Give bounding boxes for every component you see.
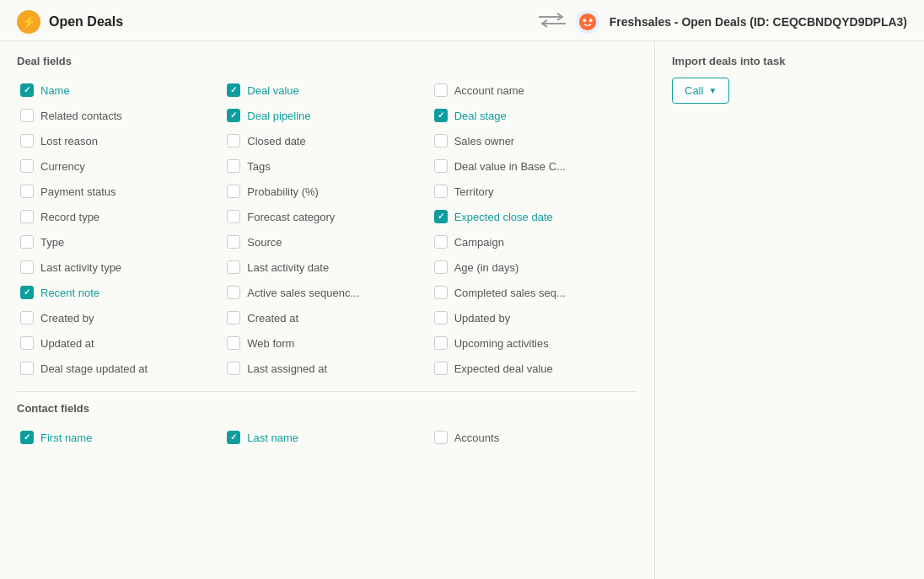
field-item[interactable]: Web form — [223, 330, 430, 356]
field-item[interactable]: Name — [17, 78, 223, 103]
field-item[interactable]: Probability (%) — [223, 179, 430, 204]
field-checkbox[interactable] — [20, 159, 34, 173]
field-checkbox[interactable] — [227, 431, 240, 444]
field-item[interactable]: Deal value — [223, 78, 430, 103]
field-checkbox[interactable] — [434, 286, 448, 299]
field-item[interactable]: Payment status — [17, 179, 223, 204]
field-label: Type — [40, 236, 64, 249]
field-item[interactable]: Recent note — [17, 280, 223, 305]
field-item[interactable]: Last activity type — [17, 255, 223, 280]
field-checkbox[interactable] — [434, 235, 448, 249]
field-checkbox[interactable] — [20, 210, 34, 223]
page-title: Open Deals — [49, 14, 123, 29]
field-item[interactable]: Last activity date — [223, 255, 430, 280]
field-item[interactable]: Related contacts — [17, 103, 223, 128]
field-item[interactable]: First name — [17, 425, 223, 450]
field-checkbox[interactable] — [227, 260, 240, 274]
field-item[interactable]: Tags — [223, 153, 430, 179]
field-item[interactable]: Updated by — [431, 305, 637, 330]
field-item[interactable]: Age (in days) — [431, 255, 637, 280]
field-item[interactable]: Created by — [17, 305, 223, 330]
field-item[interactable]: Upcoming activities — [431, 330, 637, 356]
field-checkbox[interactable] — [227, 159, 240, 173]
header-left: ⚡ Open Deals — [17, 10, 123, 34]
field-item[interactable]: Type — [17, 229, 223, 255]
field-checkbox[interactable] — [227, 286, 240, 299]
field-label: Deal pipeline — [247, 110, 310, 122]
field-checkbox[interactable] — [434, 362, 448, 375]
field-checkbox[interactable] — [227, 109, 240, 122]
field-checkbox[interactable] — [20, 235, 34, 249]
field-checkbox[interactable] — [227, 311, 240, 324]
field-checkbox[interactable] — [20, 134, 34, 147]
field-checkbox[interactable] — [20, 311, 34, 324]
field-item[interactable]: Currency — [17, 153, 223, 179]
field-checkbox[interactable] — [434, 210, 448, 223]
field-item[interactable]: Expected close date — [431, 204, 637, 229]
field-item[interactable]: Last assigned at — [223, 356, 430, 381]
field-item[interactable]: Closed date — [223, 128, 430, 153]
field-item[interactable]: Updated at — [17, 330, 223, 356]
field-checkbox[interactable] — [227, 362, 240, 375]
field-checkbox[interactable] — [227, 210, 240, 223]
field-item[interactable]: Deal stage updated at — [17, 356, 223, 381]
field-label: Record type — [40, 211, 99, 223]
field-checkbox[interactable] — [227, 336, 240, 350]
contact-fields-grid: First nameLast nameAccounts — [17, 425, 637, 450]
field-checkbox[interactable] — [227, 235, 240, 249]
field-checkbox[interactable] — [434, 109, 448, 122]
field-item[interactable]: Account name — [431, 78, 637, 103]
field-item[interactable]: Deal pipeline — [223, 103, 430, 128]
field-item[interactable]: Completed sales seq... — [431, 280, 637, 305]
field-item[interactable]: Created at — [223, 305, 430, 330]
field-item[interactable]: Expected deal value — [431, 356, 637, 381]
field-checkbox[interactable] — [434, 336, 448, 350]
field-label: Lost reason — [40, 135, 98, 147]
field-item[interactable]: Lost reason — [17, 128, 223, 153]
field-checkbox[interactable] — [227, 134, 240, 147]
sync-icon — [539, 12, 566, 33]
content: Deal fields NameDeal valueAccount nameRe… — [0, 41, 924, 579]
field-checkbox[interactable] — [227, 185, 240, 198]
field-label: Deal value — [247, 84, 298, 97]
field-item[interactable]: Deal stage — [431, 103, 637, 128]
field-label: Deal stage updated at — [40, 362, 148, 375]
field-checkbox[interactable] — [20, 83, 34, 97]
field-checkbox[interactable] — [434, 134, 448, 147]
field-label: Accounts — [454, 432, 499, 444]
field-checkbox[interactable] — [20, 336, 34, 350]
field-item[interactable]: Active sales sequenc... — [223, 280, 430, 305]
header-right: Freshsales - Open Deals (ID: CEQCBNDQYD9… — [539, 10, 907, 34]
field-checkbox[interactable] — [434, 159, 448, 173]
field-label: First name — [40, 432, 92, 444]
field-checkbox[interactable] — [20, 286, 34, 299]
field-item[interactable]: Last name — [223, 425, 430, 450]
contact-fields-section-title: Contact fields — [17, 402, 637, 415]
call-button[interactable]: Call ▼ — [672, 78, 729, 104]
field-checkbox[interactable] — [434, 185, 448, 198]
field-checkbox[interactable] — [20, 109, 34, 122]
field-checkbox[interactable] — [434, 83, 448, 97]
field-item[interactable]: Campaign — [431, 229, 637, 255]
field-checkbox[interactable] — [434, 260, 448, 274]
field-item[interactable]: Sales owner — [431, 128, 637, 153]
field-item[interactable]: Territory — [431, 179, 637, 204]
field-label: Tags — [247, 160, 270, 173]
field-item[interactable]: Deal value in Base C... — [431, 153, 637, 179]
field-item[interactable]: Accounts — [431, 425, 637, 450]
field-label: Expected deal value — [454, 362, 553, 375]
field-checkbox[interactable] — [20, 260, 34, 274]
field-label: Related contacts — [40, 110, 122, 122]
field-checkbox[interactable] — [434, 311, 448, 324]
field-label: Closed date — [247, 135, 305, 147]
field-checkbox[interactable] — [227, 83, 240, 97]
field-checkbox[interactable] — [434, 431, 448, 444]
field-checkbox[interactable] — [20, 362, 34, 375]
field-label: Web form — [247, 337, 294, 350]
field-checkbox[interactable] — [20, 185, 34, 198]
import-section-title: Import deals into task — [672, 55, 907, 67]
field-checkbox[interactable] — [20, 431, 34, 444]
field-item[interactable]: Forecast category — [223, 204, 430, 229]
field-item[interactable]: Source — [223, 229, 430, 255]
field-item[interactable]: Record type — [17, 204, 223, 229]
